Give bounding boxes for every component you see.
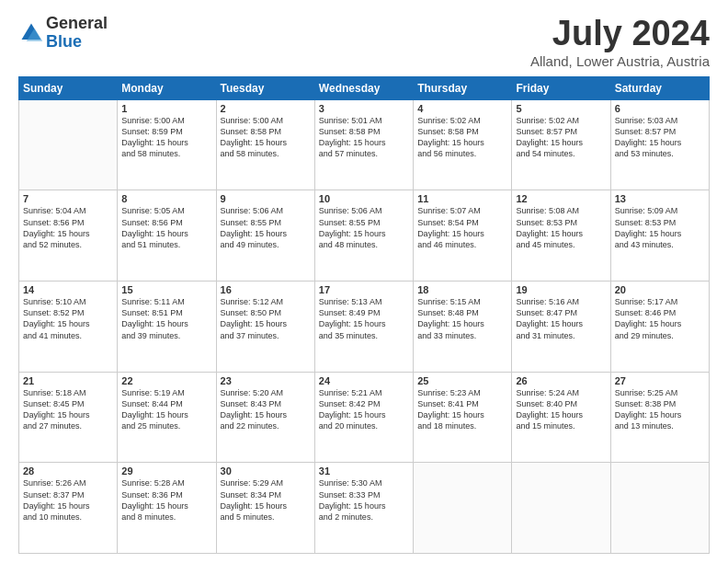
day-number: 13 bbox=[615, 193, 705, 204]
cell-info: Sunrise: 5:19 AMSunset: 8:44 PMDaylight:… bbox=[121, 387, 211, 432]
calendar-cell: 1Sunrise: 5:00 AMSunset: 8:59 PMDaylight… bbox=[118, 99, 216, 190]
day-number: 3 bbox=[319, 103, 409, 114]
day-number: 20 bbox=[615, 284, 705, 295]
cell-info: Sunrise: 5:26 AMSunset: 8:37 PMDaylight:… bbox=[23, 477, 113, 523]
logo-text: General Blue bbox=[46, 15, 108, 52]
day-number: 15 bbox=[121, 284, 211, 295]
calendar-header-row: SundayMondayTuesdayWednesdayThursdayFrid… bbox=[19, 76, 710, 99]
day-number: 11 bbox=[417, 193, 507, 204]
cell-info: Sunrise: 5:15 AMSunset: 8:48 PMDaylight:… bbox=[417, 296, 507, 341]
day-of-week-header: Wednesday bbox=[314, 76, 413, 99]
cell-info: Sunrise: 5:21 AMSunset: 8:42 PMDaylight:… bbox=[319, 387, 409, 432]
logo-blue: Blue bbox=[46, 32, 82, 51]
cell-info: Sunrise: 5:16 AMSunset: 8:47 PMDaylight:… bbox=[516, 296, 606, 341]
day-number: 30 bbox=[221, 465, 311, 477]
cell-info: Sunrise: 5:13 AMSunset: 8:49 PMDaylight:… bbox=[319, 296, 409, 341]
calendar-cell: 14Sunrise: 5:10 AMSunset: 8:52 PMDayligh… bbox=[19, 282, 118, 373]
title-block: July 2024 Alland, Lower Austria, Austria bbox=[530, 15, 710, 69]
calendar-cell: 6Sunrise: 5:03 AMSunset: 8:57 PMDaylight… bbox=[610, 99, 709, 190]
calendar-cell: 15Sunrise: 5:11 AMSunset: 8:51 PMDayligh… bbox=[118, 282, 216, 373]
cell-info: Sunrise: 5:06 AMSunset: 8:55 PMDaylight:… bbox=[221, 205, 311, 250]
cell-info: Sunrise: 5:00 AMSunset: 8:59 PMDaylight:… bbox=[121, 115, 211, 160]
day-number: 9 bbox=[221, 193, 311, 204]
cell-info: Sunrise: 5:03 AMSunset: 8:57 PMDaylight:… bbox=[615, 115, 705, 160]
cell-info: Sunrise: 5:24 AMSunset: 8:40 PMDaylight:… bbox=[516, 387, 606, 432]
day-of-week-header: Thursday bbox=[414, 76, 512, 99]
cell-info: Sunrise: 5:23 AMSunset: 8:41 PMDaylight:… bbox=[417, 387, 507, 432]
calendar-week-row: 7Sunrise: 5:04 AMSunset: 8:56 PMDaylight… bbox=[19, 190, 710, 282]
calendar-week-row: 1Sunrise: 5:00 AMSunset: 8:59 PMDaylight… bbox=[19, 99, 710, 190]
day-number: 6 bbox=[615, 103, 705, 114]
calendar-cell bbox=[414, 463, 512, 554]
cell-info: Sunrise: 5:02 AMSunset: 8:57 PMDaylight:… bbox=[516, 115, 606, 160]
day-number: 21 bbox=[23, 375, 113, 386]
calendar-cell bbox=[512, 463, 610, 554]
cell-info: Sunrise: 5:28 AMSunset: 8:36 PMDaylight:… bbox=[121, 477, 211, 523]
cell-info: Sunrise: 5:30 AMSunset: 8:33 PMDaylight:… bbox=[319, 477, 409, 523]
day-of-week-header: Friday bbox=[512, 76, 610, 99]
cell-info: Sunrise: 5:02 AMSunset: 8:58 PMDaylight:… bbox=[417, 115, 507, 160]
calendar-cell: 30Sunrise: 5:29 AMSunset: 8:34 PMDayligh… bbox=[216, 463, 314, 554]
calendar-cell: 26Sunrise: 5:24 AMSunset: 8:40 PMDayligh… bbox=[512, 372, 610, 463]
month-title: July 2024 bbox=[530, 15, 710, 53]
calendar-cell: 9Sunrise: 5:06 AMSunset: 8:55 PMDaylight… bbox=[216, 190, 314, 282]
cell-info: Sunrise: 5:00 AMSunset: 8:58 PMDaylight:… bbox=[221, 115, 311, 160]
calendar-cell: 29Sunrise: 5:28 AMSunset: 8:36 PMDayligh… bbox=[118, 463, 216, 554]
calendar-cell: 13Sunrise: 5:09 AMSunset: 8:53 PMDayligh… bbox=[610, 190, 709, 282]
calendar-cell: 23Sunrise: 5:20 AMSunset: 8:43 PMDayligh… bbox=[216, 372, 314, 463]
day-number: 22 bbox=[121, 375, 211, 386]
cell-info: Sunrise: 5:01 AMSunset: 8:58 PMDaylight:… bbox=[319, 115, 409, 160]
logo: General Blue bbox=[18, 15, 108, 52]
calendar-cell: 10Sunrise: 5:06 AMSunset: 8:55 PMDayligh… bbox=[314, 190, 413, 282]
cell-info: Sunrise: 5:17 AMSunset: 8:46 PMDaylight:… bbox=[615, 296, 705, 341]
day-number: 5 bbox=[516, 103, 606, 114]
calendar-cell: 2Sunrise: 5:00 AMSunset: 8:58 PMDaylight… bbox=[216, 99, 314, 190]
day-number: 12 bbox=[516, 193, 606, 204]
day-number: 17 bbox=[319, 284, 409, 295]
calendar-cell: 24Sunrise: 5:21 AMSunset: 8:42 PMDayligh… bbox=[314, 372, 413, 463]
calendar-cell: 28Sunrise: 5:26 AMSunset: 8:37 PMDayligh… bbox=[19, 463, 118, 554]
calendar-cell: 27Sunrise: 5:25 AMSunset: 8:38 PMDayligh… bbox=[610, 372, 709, 463]
day-number: 8 bbox=[121, 193, 211, 204]
location-title: Alland, Lower Austria, Austria bbox=[530, 53, 710, 69]
day-number: 25 bbox=[417, 375, 507, 386]
day-number: 16 bbox=[221, 284, 311, 295]
day-number: 28 bbox=[23, 465, 113, 477]
calendar-cell: 16Sunrise: 5:12 AMSunset: 8:50 PMDayligh… bbox=[216, 282, 314, 373]
day-of-week-header: Tuesday bbox=[216, 76, 314, 99]
cell-info: Sunrise: 5:25 AMSunset: 8:38 PMDaylight:… bbox=[615, 387, 705, 432]
calendar-cell: 12Sunrise: 5:08 AMSunset: 8:53 PMDayligh… bbox=[512, 190, 610, 282]
calendar-week-row: 21Sunrise: 5:18 AMSunset: 8:45 PMDayligh… bbox=[19, 372, 710, 463]
day-number: 7 bbox=[23, 193, 113, 204]
calendar-cell: 11Sunrise: 5:07 AMSunset: 8:54 PMDayligh… bbox=[414, 190, 512, 282]
day-number: 23 bbox=[221, 375, 311, 386]
cell-info: Sunrise: 5:06 AMSunset: 8:55 PMDaylight:… bbox=[319, 205, 409, 250]
header: General Blue July 2024 Alland, Lower Aus… bbox=[18, 15, 710, 69]
day-number: 14 bbox=[23, 284, 113, 295]
day-number: 10 bbox=[319, 193, 409, 204]
calendar-cell: 31Sunrise: 5:30 AMSunset: 8:33 PMDayligh… bbox=[314, 463, 413, 554]
calendar-table: SundayMondayTuesdayWednesdayThursdayFrid… bbox=[18, 76, 710, 554]
calendar-cell: 5Sunrise: 5:02 AMSunset: 8:57 PMDaylight… bbox=[512, 99, 610, 190]
day-number: 4 bbox=[417, 103, 507, 114]
calendar-cell: 18Sunrise: 5:15 AMSunset: 8:48 PMDayligh… bbox=[414, 282, 512, 373]
calendar-cell: 7Sunrise: 5:04 AMSunset: 8:56 PMDaylight… bbox=[19, 190, 118, 282]
day-number: 19 bbox=[516, 284, 606, 295]
logo-icon bbox=[18, 20, 44, 46]
day-number: 26 bbox=[516, 375, 606, 386]
cell-info: Sunrise: 5:10 AMSunset: 8:52 PMDaylight:… bbox=[23, 296, 113, 341]
cell-info: Sunrise: 5:05 AMSunset: 8:56 PMDaylight:… bbox=[121, 205, 211, 250]
day-number: 27 bbox=[615, 375, 705, 386]
cell-info: Sunrise: 5:07 AMSunset: 8:54 PMDaylight:… bbox=[417, 205, 507, 250]
cell-info: Sunrise: 5:04 AMSunset: 8:56 PMDaylight:… bbox=[23, 205, 113, 250]
calendar-cell: 25Sunrise: 5:23 AMSunset: 8:41 PMDayligh… bbox=[414, 372, 512, 463]
cell-info: Sunrise: 5:08 AMSunset: 8:53 PMDaylight:… bbox=[516, 205, 606, 250]
calendar-cell bbox=[19, 99, 118, 190]
calendar-cell: 20Sunrise: 5:17 AMSunset: 8:46 PMDayligh… bbox=[610, 282, 709, 373]
calendar-cell: 21Sunrise: 5:18 AMSunset: 8:45 PMDayligh… bbox=[19, 372, 118, 463]
cell-info: Sunrise: 5:09 AMSunset: 8:53 PMDaylight:… bbox=[615, 205, 705, 250]
day-number: 31 bbox=[319, 465, 409, 477]
day-number: 2 bbox=[221, 103, 311, 114]
calendar-week-row: 28Sunrise: 5:26 AMSunset: 8:37 PMDayligh… bbox=[19, 463, 710, 554]
cell-info: Sunrise: 5:12 AMSunset: 8:50 PMDaylight:… bbox=[221, 296, 311, 341]
